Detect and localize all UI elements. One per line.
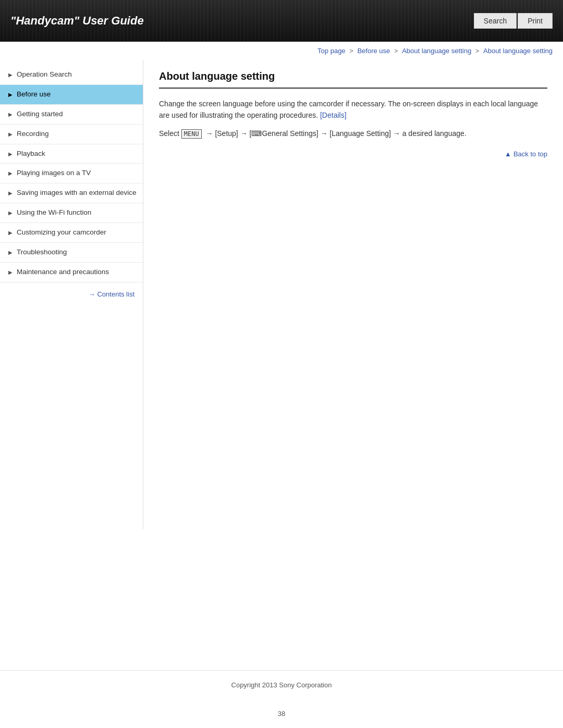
sidebar-label-operation-search: Operation Search [17,70,137,80]
page-title: About language setting [159,70,547,89]
contents-list-link-container: → Contents list [0,282,143,305]
site-title: "Handycam" User Guide [10,14,144,28]
sidebar-label-playing-images: Playing images on a TV [17,168,137,178]
breadcrumb-lang-2[interactable]: About language setting [483,47,553,55]
sidebar-item-troubleshooting[interactable]: ▶ Troubleshooting [0,243,143,263]
back-to-top-link[interactable]: ▲Back to top [505,150,547,158]
search-button[interactable]: Search [474,13,517,29]
arrow-right-icon: → [89,290,95,298]
header-buttons: Search Print [474,13,553,29]
arrow-icon-playback: ▶ [8,151,13,158]
breadcrumb-before-use[interactable]: Before use [357,47,390,55]
sidebar-label-before-use: Before use [17,90,137,100]
arrow-icon-maintenance: ▶ [8,269,13,276]
sidebar-label-customizing: Customizing your camcorder [17,228,137,238]
breadcrumb-top[interactable]: Top page [317,47,346,55]
breadcrumb-sep-1: > [349,47,355,55]
arrow-icon-troubleshooting: ▶ [8,249,13,256]
menu-instruction: Select MENU → [Setup] → [⌨General Settin… [159,128,547,139]
sidebar-item-operation-search[interactable]: ▶ Operation Search [0,65,143,85]
arrow-icon-wifi: ▶ [8,209,13,217]
arrow-icon-getting-started: ▶ [8,111,13,118]
print-button[interactable]: Print [518,13,553,29]
sidebar-label-getting-started: Getting started [17,109,137,119]
breadcrumb: Top page > Before use > About language s… [0,42,563,60]
sidebar-item-getting-started[interactable]: ▶ Getting started [0,105,143,125]
sidebar-item-playback[interactable]: ▶ Playback [0,144,143,164]
sidebar-item-customizing[interactable]: ▶ Customizing your camcorder [0,223,143,243]
main-layout: ▶ Operation Search ▶ Before use ▶ Gettin… [0,60,563,529]
arrow-icon-saving-images: ▶ [8,190,13,197]
sidebar-item-maintenance[interactable]: ▶ Maintenance and precautions [0,263,143,282]
breadcrumb-lang-1[interactable]: About language setting [402,47,471,55]
arrow-icon-playing-images: ▶ [8,170,13,177]
sidebar-label-maintenance: Maintenance and precautions [17,267,137,277]
arrow-icon-before-use: ▶ [8,91,13,98]
menu-key: MENU [181,129,202,139]
header: "Handycam" User Guide Search Print [0,0,563,42]
sidebar-item-wifi[interactable]: ▶ Using the Wi-Fi function [0,203,143,223]
spacer [0,529,563,670]
breadcrumb-sep-2: > [394,47,400,55]
details-link[interactable]: [Details] [320,111,347,119]
sidebar-label-playback: Playback [17,149,137,159]
sidebar-item-recording[interactable]: ▶ Recording [0,125,143,144]
content-area: About language setting Change the screen… [143,60,563,529]
arrow-icon-recording: ▶ [8,131,13,138]
sidebar-label-recording: Recording [17,129,137,139]
sidebar-item-playing-images[interactable]: ▶ Playing images on a TV [0,164,143,183]
contents-list-link[interactable]: → Contents list [89,290,134,298]
copyright-text: Copyright 2013 Sony Corporation [10,681,553,689]
back-to-top: ▲Back to top [159,150,547,158]
arrow-icon-customizing: ▶ [8,229,13,237]
sidebar-label-wifi: Using the Wi-Fi function [17,208,137,218]
breadcrumb-sep-3: > [475,47,481,55]
wrench-icon: ⌨ [251,129,262,138]
sidebar-item-saving-images[interactable]: ▶ Saving images with an external device [0,183,143,203]
sidebar-label-troubleshooting: Troubleshooting [17,248,137,257]
page-number: 38 [0,699,563,728]
triangle-icon: ▲ [505,150,511,158]
sidebar-label-saving-images: Saving images with an external device [17,188,137,198]
footer: Copyright 2013 Sony Corporation [0,670,563,699]
content-paragraph-1: Change the screen language before using … [159,98,547,121]
sidebar: ▶ Operation Search ▶ Before use ▶ Gettin… [0,60,143,529]
sidebar-item-before-use[interactable]: ▶ Before use [0,85,143,105]
arrow-icon-operation-search: ▶ [8,71,13,79]
